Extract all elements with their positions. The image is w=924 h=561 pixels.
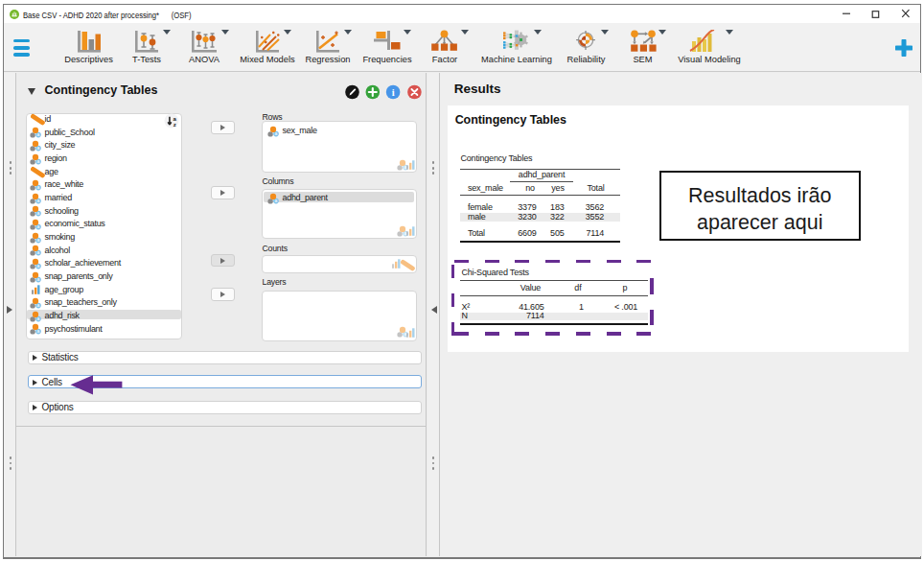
svg-text:a: a [275, 198, 278, 203]
svg-text:a: a [37, 158, 40, 164]
svg-text:a: a [37, 237, 40, 243]
svg-text:a: a [37, 184, 40, 190]
svg-text:a: a [37, 198, 40, 203]
svg-text:a: a [37, 223, 40, 229]
svg-text:a: a [37, 276, 40, 282]
svg-text:a: a [37, 302, 40, 308]
svg-text:i: i [392, 86, 395, 97]
svg-text:a: a [37, 329, 40, 335]
svg-text:a: a [37, 263, 40, 269]
svg-text:a: a [37, 316, 40, 321]
svg-text:a: a [37, 145, 40, 151]
svg-text:a: a [37, 250, 40, 256]
svg-text:z: z [173, 121, 176, 128]
svg-text:a: a [37, 132, 40, 138]
svg-text:a: a [275, 130, 278, 136]
svg-text:a: a [37, 211, 40, 217]
